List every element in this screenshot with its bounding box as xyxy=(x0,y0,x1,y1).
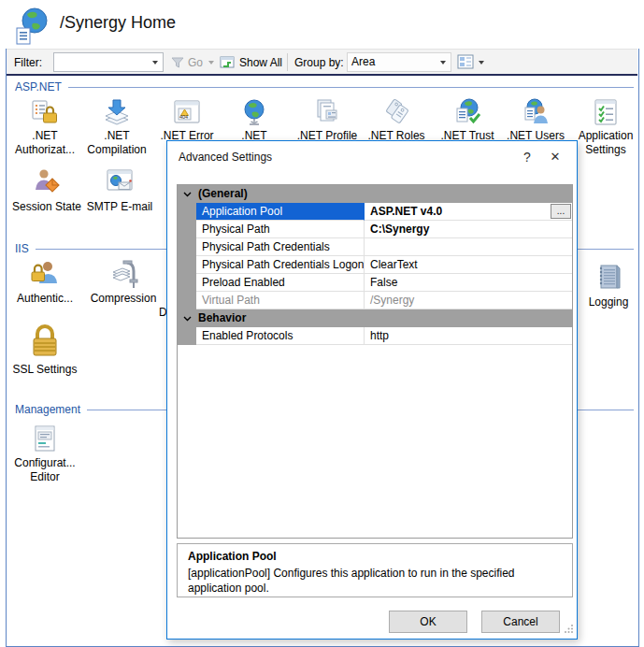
feature-ssl-settings[interactable]: SSL Settings xyxy=(7,320,82,377)
property-row-physical-path[interactable]: Physical Path C:\Synergy xyxy=(178,221,572,238)
ssl-settings-icon xyxy=(7,320,82,361)
feature-net-roles[interactable]: .NET Roles xyxy=(359,93,434,143)
browse-ellipsis-button[interactable]: ... xyxy=(551,204,571,219)
section-divider-line xyxy=(68,87,634,88)
feature-label: SMTP E-mail xyxy=(80,200,159,214)
property-name[interactable]: Preload Enabled xyxy=(196,274,365,292)
feature-net-users[interactable]: .NET Users xyxy=(498,93,573,143)
net-compilation-icon xyxy=(79,93,154,127)
authentication-icon xyxy=(7,256,82,290)
dialog-close-button[interactable]: ✕ xyxy=(543,148,567,166)
feature-label: Application Settings xyxy=(572,129,639,157)
feature-smtp-email[interactable]: SMTP E-mail xyxy=(80,165,159,214)
property-value[interactable]: False xyxy=(365,274,572,292)
property-name[interactable]: Physical Path xyxy=(196,221,365,238)
feature-net-trust-levels[interactable]: .NET Trust xyxy=(430,93,505,143)
compression-icon xyxy=(82,256,165,290)
feature-label: Session State xyxy=(4,200,90,214)
ok-button[interactable]: OK xyxy=(389,611,467,633)
property-name[interactable]: Enabled Protocols xyxy=(196,327,365,345)
net-profile-icon xyxy=(290,93,365,127)
net-users-icon xyxy=(498,93,573,127)
configuration-editor-icon xyxy=(7,421,82,454)
page-title: /Synergy Home xyxy=(60,13,176,33)
feature-label: Logging xyxy=(576,295,641,309)
section-iis-label: IIS xyxy=(15,242,29,255)
resize-grip[interactable] xyxy=(565,623,574,636)
property-value[interactable]: ClearText xyxy=(365,256,572,274)
property-group-label: Behavior xyxy=(196,309,572,327)
site-home-icon xyxy=(10,5,53,50)
feature-application-settings[interactable]: Application Settings xyxy=(572,93,639,157)
feature-net-error-pages[interactable]: 404 .NET Error xyxy=(150,93,224,143)
property-row-application-pool[interactable]: Application Pool ASP.NET v4.0 ... xyxy=(178,203,572,221)
section-management-label: Management xyxy=(15,403,80,416)
session-state-icon xyxy=(4,165,90,198)
property-row-virtual-path: Virtual Path /Synergy xyxy=(178,292,572,309)
net-authorization-icon xyxy=(7,93,82,127)
net-globalization-icon xyxy=(217,93,292,127)
property-row-enabled-protocols[interactable]: Enabled Protocols http xyxy=(178,327,572,345)
feature-net-authorization[interactable]: .NET Authorizat... xyxy=(7,93,82,157)
feature-configuration-editor[interactable]: Configurat... Editor xyxy=(7,421,82,484)
property-row-preload-enabled[interactable]: Preload Enabled False xyxy=(178,274,572,292)
property-row-physical-path-credentials[interactable]: Physical Path Credentials xyxy=(178,238,572,256)
feature-compression[interactable]: Compression xyxy=(82,256,165,306)
property-group-behavior[interactable]: Behavior xyxy=(178,309,572,327)
property-name: Virtual Path xyxy=(196,292,365,309)
section-aspnet-label: ASP.NET xyxy=(15,80,62,93)
collapse-chevron-icon[interactable] xyxy=(178,185,196,203)
property-name[interactable]: Application Pool xyxy=(196,203,365,221)
property-name[interactable]: Physical Path Credentials xyxy=(196,238,365,256)
property-description-panel: Application Pool [applicationPool] Confi… xyxy=(177,543,573,597)
advanced-settings-dialog: Advanced Settings ? ✕ (General) Applicat… xyxy=(166,140,578,640)
property-value[interactable] xyxy=(365,238,572,256)
description-body: [applicationPool] Configures this applic… xyxy=(188,566,562,596)
net-roles-icon xyxy=(359,93,434,127)
feature-label: SSL Settings xyxy=(7,363,82,377)
property-group-general[interactable]: (General) xyxy=(178,185,572,203)
net-error-pages-icon: 404 xyxy=(150,93,224,127)
collapse-chevron-icon[interactable] xyxy=(178,309,196,327)
property-value: /Synergy xyxy=(365,292,572,309)
property-value[interactable]: C:\Synergy xyxy=(365,221,572,238)
feature-label: Authentic... xyxy=(7,292,82,306)
feature-label: .NET Compilation xyxy=(79,129,154,157)
feature-logging[interactable]: Logging xyxy=(576,260,641,309)
dialog-help-button[interactable]: ? xyxy=(517,148,537,166)
property-name[interactable]: Physical Path Credentials Logon xyxy=(196,256,365,274)
property-value[interactable]: http xyxy=(365,327,572,345)
feature-label: .NET Authorizat... xyxy=(7,129,82,157)
property-value[interactable]: ASP.NET v4.0 ... xyxy=(365,203,572,221)
feature-label: Configurat... Editor xyxy=(7,456,82,484)
net-trust-levels-icon xyxy=(430,93,505,127)
cancel-button[interactable]: Cancel xyxy=(481,611,560,633)
feature-net-compilation[interactable]: .NET Compilation xyxy=(79,93,154,157)
feature-session-state[interactable]: Session State xyxy=(4,165,90,214)
page-header: /Synergy Home xyxy=(0,0,644,49)
smtp-email-icon xyxy=(80,165,159,198)
property-group-label: (General) xyxy=(196,185,572,203)
property-row-physical-path-credentials-logon[interactable]: Physical Path Credentials Logon ClearTex… xyxy=(178,256,572,274)
error-404-text: 404 xyxy=(179,114,188,120)
feature-net-globalization[interactable]: .NET xyxy=(217,93,292,143)
description-title: Application Pool xyxy=(188,550,562,563)
feature-label: Compression xyxy=(82,292,165,306)
dialog-title: Advanced Settings xyxy=(179,151,272,164)
property-grid: (General) Application Pool ASP.NET v4.0 … xyxy=(177,184,573,539)
feature-net-profile[interactable]: .NET Profile xyxy=(290,93,365,143)
section-aspnet: ASP.NET xyxy=(15,80,634,93)
logging-icon xyxy=(576,260,641,294)
application-settings-icon xyxy=(572,93,639,127)
feature-authentication[interactable]: Authentic... xyxy=(7,256,82,306)
